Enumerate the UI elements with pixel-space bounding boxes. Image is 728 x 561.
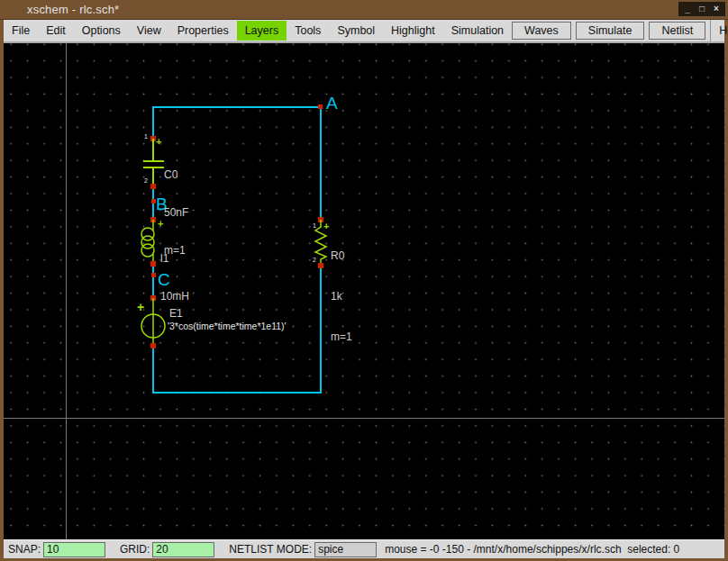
resistor-value: 1k — [331, 290, 352, 303]
schematic-canvas[interactable]: A B C 1 + 2 C0 50nF m=1 + l1 — [4, 43, 724, 539]
capacitor-lead-top — [152, 139, 154, 161]
menubar-right: Waves Simulate Netlist Help — [512, 20, 728, 41]
snap-input[interactable] — [43, 542, 105, 557]
waves-button[interactable]: Waves — [512, 22, 571, 40]
pin-marker — [150, 184, 156, 189]
snap-label: SNAP: — [8, 543, 41, 556]
axis-vertical — [66, 43, 67, 539]
titlebar[interactable]: xschem - rlc.sch* _ □ × — [0, 0, 728, 20]
menu-tools[interactable]: Tools — [287, 21, 329, 41]
netlist-mode-label: NETLIST MODE: — [229, 543, 312, 556]
netlist-mode-input[interactable] — [314, 542, 377, 557]
axis-horizontal — [4, 418, 724, 419]
capacitor-plate-top — [143, 160, 164, 162]
wire-right-2[interactable] — [320, 266, 322, 394]
menu-simulation[interactable]: Simulation — [443, 21, 512, 41]
simulate-button[interactable]: Simulate — [576, 22, 645, 40]
wire-right-1[interactable] — [320, 106, 322, 221]
menu-highlight[interactable]: Highlight — [383, 21, 443, 41]
pin-marker — [318, 263, 323, 268]
pin-marker — [150, 343, 156, 348]
wire-left-3[interactable] — [152, 264, 154, 299]
source-ref: E1 — [169, 307, 183, 320]
menu-edit[interactable]: Edit — [38, 21, 74, 41]
window-controls: _ □ × — [678, 2, 725, 16]
netlist-button[interactable]: Netlist — [649, 22, 705, 40]
close-button[interactable]: × — [711, 3, 722, 15]
resistor-pin2-number: 2 — [313, 257, 316, 263]
resistor-ref: R0 — [331, 249, 352, 263]
net-pin-c — [151, 273, 156, 277]
menubar: File Edit Options View Properties Layers… — [4, 20, 724, 43]
menu-options[interactable]: Options — [74, 21, 129, 41]
wire-left-2[interactable] — [152, 186, 154, 221]
capacitor-pin2-number: 2 — [144, 177, 148, 184]
menu-properties[interactable]: Properties — [169, 21, 237, 41]
wire-top[interactable] — [153, 106, 322, 108]
wire-left-4[interactable] — [152, 346, 154, 394]
capacitor-value: 50nF — [164, 206, 188, 219]
capacitor-pin1-number: 1 — [144, 133, 148, 140]
grid-input[interactable] — [152, 542, 214, 557]
net-pin-a — [318, 104, 323, 109]
menu-symbol[interactable]: Symbol — [329, 21, 383, 41]
inductor-ref: l1 — [160, 252, 189, 265]
maximize-button[interactable]: □ — [696, 3, 707, 15]
net-label-a[interactable]: A — [326, 94, 338, 113]
menu-help[interactable]: Help — [710, 20, 728, 41]
wire-left-1[interactable] — [152, 106, 154, 139]
source-circle-symbol — [135, 298, 171, 347]
statusbar: SNAP: GRID: NETLIST MODE: mouse = -0 -15… — [4, 539, 724, 558]
window-title: xschem - rlc.sch* — [27, 3, 119, 16]
grid-label: GRID: — [120, 543, 150, 556]
menu-layers[interactable]: Layers — [237, 21, 287, 41]
wire-bottom[interactable] — [152, 392, 322, 394]
resistor-labels: R0 1k m=1 — [331, 222, 352, 371]
capacitor-plus-sign: + — [156, 137, 161, 147]
pin-marker — [150, 261, 156, 267]
menu-file[interactable]: File — [4, 21, 38, 41]
capacitor-ref: C0 — [164, 168, 188, 181]
mouse-info: mouse = -0 -150 - /mnt/x/home/schippes/x… — [385, 543, 679, 556]
resistor-mult: m=1 — [331, 330, 352, 344]
minimize-button[interactable]: _ — [682, 3, 693, 15]
menu-view[interactable]: View — [129, 21, 169, 41]
source-value: '3*cos(time*time*time*1e11)' — [168, 321, 287, 331]
